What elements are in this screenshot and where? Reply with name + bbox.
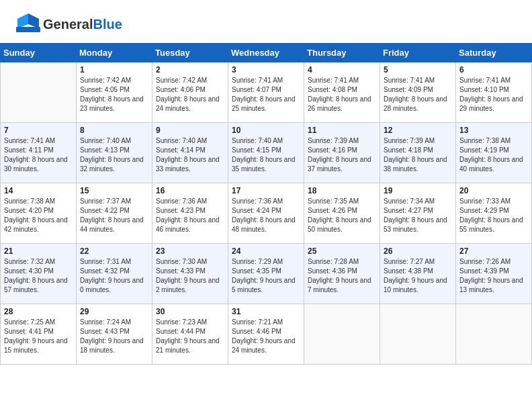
calendar-cell: 26Sunrise: 7:27 AMSunset: 4:38 PMDayligh… <box>380 244 456 304</box>
day-info: Sunrise: 7:40 AMSunset: 4:14 PMDaylight:… <box>156 136 224 174</box>
day-number: 8 <box>80 126 148 135</box>
calendar-cell <box>1 62 77 123</box>
calendar-cell: 5Sunrise: 7:41 AMSunset: 4:09 PMDaylight… <box>380 62 456 123</box>
day-number: 3 <box>232 65 300 75</box>
header-day-saturday: Saturday <box>456 44 532 62</box>
week-row-3: 21Sunrise: 7:32 AMSunset: 4:30 PMDayligh… <box>1 244 532 304</box>
calendar-cell: 25Sunrise: 7:28 AMSunset: 4:36 PMDayligh… <box>304 244 380 304</box>
day-info: Sunrise: 7:30 AMSunset: 4:33 PMDaylight:… <box>156 257 224 295</box>
day-number: 27 <box>459 246 528 256</box>
day-number: 1 <box>80 65 148 75</box>
logo-text: GeneralBlue <box>43 17 122 31</box>
page-header: GeneralBlue <box>0 0 532 43</box>
day-info: Sunrise: 7:31 AMSunset: 4:32 PMDaylight:… <box>80 257 148 295</box>
svg-rect-3 <box>16 27 40 32</box>
calendar-cell: 19Sunrise: 7:34 AMSunset: 4:27 PMDayligh… <box>380 183 456 244</box>
calendar-cell: 15Sunrise: 7:37 AMSunset: 4:22 PMDayligh… <box>77 183 152 244</box>
day-info: Sunrise: 7:26 AMSunset: 4:39 PMDaylight:… <box>459 257 528 295</box>
day-info: Sunrise: 7:40 AMSunset: 4:15 PMDaylight:… <box>232 136 300 174</box>
header-day-sunday: Sunday <box>1 44 77 62</box>
calendar-cell: 17Sunrise: 7:36 AMSunset: 4:24 PMDayligh… <box>228 183 304 244</box>
day-info: Sunrise: 7:36 AMSunset: 4:24 PMDaylight:… <box>232 197 300 234</box>
calendar-cell: 10Sunrise: 7:40 AMSunset: 4:15 PMDayligh… <box>228 123 304 183</box>
calendar-body: 1Sunrise: 7:42 AMSunset: 4:05 PMDaylight… <box>1 62 532 365</box>
day-number: 9 <box>156 126 224 135</box>
day-number: 18 <box>308 186 376 195</box>
header-row: SundayMondayTuesdayWednesdayThursdayFrid… <box>1 44 532 62</box>
day-number: 26 <box>384 246 452 256</box>
calendar-cell: 30Sunrise: 7:23 AMSunset: 4:44 PMDayligh… <box>152 304 228 365</box>
day-info: Sunrise: 7:39 AMSunset: 4:18 PMDaylight:… <box>384 136 452 174</box>
calendar-cell: 29Sunrise: 7:24 AMSunset: 4:43 PMDayligh… <box>77 304 152 365</box>
day-number: 30 <box>156 307 224 316</box>
day-number: 25 <box>308 246 376 256</box>
day-info: Sunrise: 7:41 AMSunset: 4:08 PMDaylight:… <box>308 76 376 113</box>
calendar-header: SundayMondayTuesdayWednesdayThursdayFrid… <box>1 44 532 62</box>
day-number: 2 <box>156 65 224 75</box>
day-number: 14 <box>4 186 73 195</box>
day-number: 17 <box>232 186 300 195</box>
day-number: 24 <box>232 246 300 256</box>
day-number: 20 <box>459 186 528 195</box>
calendar-cell: 27Sunrise: 7:26 AMSunset: 4:39 PMDayligh… <box>456 244 532 304</box>
day-number: 31 <box>232 307 300 316</box>
day-info: Sunrise: 7:29 AMSunset: 4:35 PMDaylight:… <box>232 257 300 295</box>
day-number: 22 <box>80 246 148 256</box>
calendar-cell: 7Sunrise: 7:41 AMSunset: 4:11 PMDaylight… <box>1 123 77 183</box>
day-info: Sunrise: 7:41 AMSunset: 4:10 PMDaylight:… <box>459 76 528 113</box>
header-day-friday: Friday <box>380 44 456 62</box>
day-info: Sunrise: 7:32 AMSunset: 4:30 PMDaylight:… <box>4 257 73 295</box>
calendar-cell: 24Sunrise: 7:29 AMSunset: 4:35 PMDayligh… <box>228 244 304 304</box>
day-info: Sunrise: 7:27 AMSunset: 4:38 PMDaylight:… <box>384 257 452 295</box>
day-info: Sunrise: 7:35 AMSunset: 4:26 PMDaylight:… <box>308 197 376 234</box>
header-day-wednesday: Wednesday <box>228 44 304 62</box>
calendar-cell: 1Sunrise: 7:42 AMSunset: 4:05 PMDaylight… <box>77 62 152 123</box>
day-info: Sunrise: 7:42 AMSunset: 4:05 PMDaylight:… <box>80 76 148 113</box>
day-info: Sunrise: 7:42 AMSunset: 4:06 PMDaylight:… <box>156 76 224 113</box>
day-info: Sunrise: 7:23 AMSunset: 4:44 PMDaylight:… <box>156 318 224 355</box>
calendar-cell: 2Sunrise: 7:42 AMSunset: 4:06 PMDaylight… <box>152 62 228 123</box>
calendar-cell <box>304 304 380 365</box>
day-info: Sunrise: 7:40 AMSunset: 4:13 PMDaylight:… <box>80 136 148 174</box>
calendar-cell <box>456 304 532 365</box>
day-number: 5 <box>384 65 452 75</box>
day-number: 4 <box>308 65 376 75</box>
week-row-0: 1Sunrise: 7:42 AMSunset: 4:05 PMDaylight… <box>1 62 532 123</box>
day-number: 28 <box>4 307 73 316</box>
day-number: 29 <box>80 307 148 316</box>
calendar-cell: 18Sunrise: 7:35 AMSunset: 4:26 PMDayligh… <box>304 183 380 244</box>
calendar-cell: 23Sunrise: 7:30 AMSunset: 4:33 PMDayligh… <box>152 244 228 304</box>
calendar-cell: 8Sunrise: 7:40 AMSunset: 4:13 PMDaylight… <box>77 123 152 183</box>
day-number: 23 <box>156 246 224 256</box>
calendar-cell: 21Sunrise: 7:32 AMSunset: 4:30 PMDayligh… <box>1 244 77 304</box>
day-info: Sunrise: 7:41 AMSunset: 4:11 PMDaylight:… <box>4 136 73 174</box>
day-number: 15 <box>80 186 148 195</box>
day-number: 13 <box>459 126 528 135</box>
week-row-2: 14Sunrise: 7:38 AMSunset: 4:20 PMDayligh… <box>1 183 532 244</box>
day-info: Sunrise: 7:41 AMSunset: 4:07 PMDaylight:… <box>232 76 300 113</box>
header-day-tuesday: Tuesday <box>152 44 228 62</box>
header-day-thursday: Thursday <box>304 44 380 62</box>
calendar-cell: 28Sunrise: 7:25 AMSunset: 4:41 PMDayligh… <box>1 304 77 365</box>
day-info: Sunrise: 7:38 AMSunset: 4:19 PMDaylight:… <box>459 136 528 174</box>
logo: GeneralBlue <box>16 12 122 36</box>
week-row-1: 7Sunrise: 7:41 AMSunset: 4:11 PMDaylight… <box>1 123 532 183</box>
calendar-cell: 11Sunrise: 7:39 AMSunset: 4:16 PMDayligh… <box>304 123 380 183</box>
day-info: Sunrise: 7:21 AMSunset: 4:46 PMDaylight:… <box>232 318 300 355</box>
calendar-cell: 14Sunrise: 7:38 AMSunset: 4:20 PMDayligh… <box>1 183 77 244</box>
day-number: 11 <box>308 126 376 135</box>
calendar-cell: 12Sunrise: 7:39 AMSunset: 4:18 PMDayligh… <box>380 123 456 183</box>
day-number: 7 <box>4 126 73 135</box>
calendar-cell: 3Sunrise: 7:41 AMSunset: 4:07 PMDaylight… <box>228 62 304 123</box>
day-info: Sunrise: 7:41 AMSunset: 4:09 PMDaylight:… <box>384 76 452 113</box>
calendar-table: SundayMondayTuesdayWednesdayThursdayFrid… <box>0 43 532 365</box>
day-number: 19 <box>384 186 452 195</box>
day-info: Sunrise: 7:38 AMSunset: 4:20 PMDaylight:… <box>4 197 73 234</box>
calendar-cell: 6Sunrise: 7:41 AMSunset: 4:10 PMDaylight… <box>456 62 532 123</box>
calendar-cell: 13Sunrise: 7:38 AMSunset: 4:19 PMDayligh… <box>456 123 532 183</box>
calendar-cell: 16Sunrise: 7:36 AMSunset: 4:23 PMDayligh… <box>152 183 228 244</box>
day-number: 6 <box>459 65 528 75</box>
day-info: Sunrise: 7:39 AMSunset: 4:16 PMDaylight:… <box>308 136 376 174</box>
calendar-cell: 4Sunrise: 7:41 AMSunset: 4:08 PMDaylight… <box>304 62 380 123</box>
day-number: 21 <box>4 246 73 256</box>
